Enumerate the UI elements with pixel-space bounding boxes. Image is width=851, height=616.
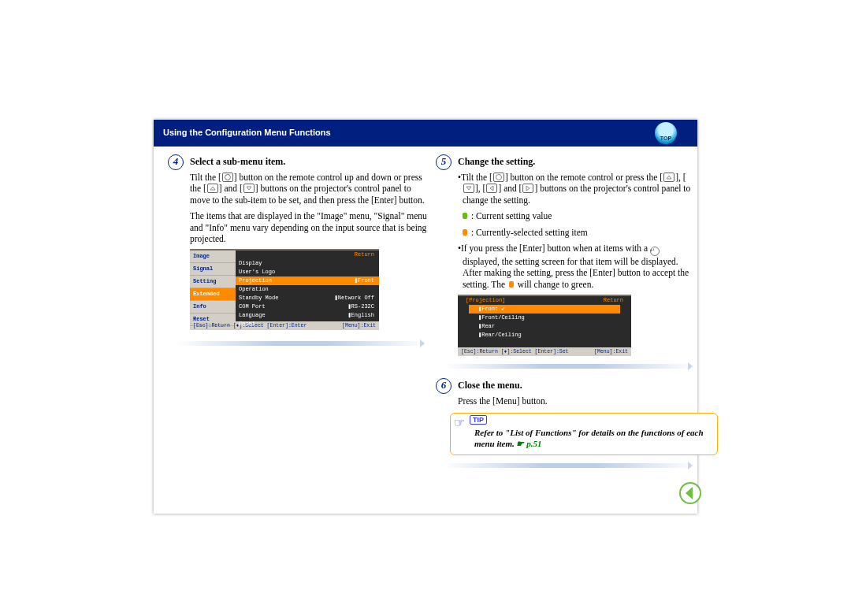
osd-screenshot-projection: [Projection]Return❚Front ✔❚Front/Ceiling… xyxy=(458,295,631,356)
nav-back-icon[interactable] xyxy=(679,482,701,504)
osd-row: Standby Mode❚Network Off xyxy=(236,294,379,302)
step-6-title: Close the menu. xyxy=(458,380,522,391)
step-4-body: Tilt the [] button on the remote control… xyxy=(190,172,428,244)
text: : Currently-selected setting item xyxy=(469,228,588,237)
down-icon xyxy=(463,184,474,193)
osd-row: Operation xyxy=(236,285,379,294)
down-icon xyxy=(243,184,255,193)
text: ] button on the remote control or press … xyxy=(505,173,663,182)
step-5-body: •Tilt the [] button on the remote contro… xyxy=(458,172,696,290)
text: Tilt the [ xyxy=(461,173,492,182)
text: ], [ xyxy=(475,184,485,193)
step-5-header: 5 Change the setting. xyxy=(436,154,696,170)
page-header: Using the Configuration Menu Functions T… xyxy=(154,120,697,147)
osd-row: Reset xyxy=(236,320,379,328)
page-content: 4 Select a sub-menu item. Tilt the [] bu… xyxy=(154,154,697,514)
orange-marker-icon xyxy=(509,281,514,288)
svg-point-1 xyxy=(496,175,501,180)
osd-row: User's Logo xyxy=(236,268,379,276)
text: will change to green. xyxy=(515,280,593,289)
osd-row: Display xyxy=(236,259,379,268)
tip-hand-icon: ☞ xyxy=(454,415,465,430)
osd-footer: [Esc]:Return [♦]:Select [Enter]:Set [Men… xyxy=(458,347,631,356)
green-marker-icon xyxy=(463,213,467,219)
up-icon xyxy=(663,173,674,182)
osd-foot-left: [Esc]:Return [♦]:Select [Enter]:Set xyxy=(461,349,569,354)
enter-mark-icon: ↵ xyxy=(650,247,660,256)
osd-body: ReturnDisplayUser's LogoProjection❚Front… xyxy=(236,250,379,321)
step-4-header: 4 Select a sub-menu item. xyxy=(168,154,428,170)
osd-row: ❚Front/Ceiling xyxy=(458,314,631,322)
section-divider xyxy=(176,341,428,346)
header-title: Using the Configuration Menu Functions xyxy=(163,128,331,137)
osd-side-item: Signal xyxy=(190,263,236,276)
text: Press the [Menu] button. xyxy=(458,395,696,406)
top-icon[interactable]: TOP xyxy=(655,122,677,144)
osd-side-item: Extended xyxy=(190,288,236,301)
step-number-6: 6 xyxy=(436,378,452,394)
right-icon xyxy=(522,184,533,193)
step-6-body: Press the [Menu] button. xyxy=(458,395,696,406)
text: Tilt the [ xyxy=(190,173,221,182)
step-number-4: 4 xyxy=(168,154,184,170)
step-4-title: Select a sub-menu item. xyxy=(190,156,285,168)
osd-side-item: Setting xyxy=(190,276,236,288)
up-icon xyxy=(207,184,218,193)
osd-row: Projection❚Front xyxy=(236,276,379,285)
tilt-icon xyxy=(493,173,504,182)
step-6-header: 6 Close the menu. xyxy=(436,378,696,394)
osd-row: ❚Front ✔ xyxy=(469,305,620,314)
step-4-note: The items that are displayed in the "Ima… xyxy=(190,210,428,244)
text: If you press the [Enter] button when at … xyxy=(461,243,650,253)
step-5-title: Change the setting. xyxy=(458,156,535,168)
orange-marker-icon xyxy=(463,229,467,236)
section-divider xyxy=(444,463,696,468)
osd-sidebar: ImageSignalSettingExtendedInfoReset xyxy=(190,250,236,321)
step-number-5: 5 xyxy=(436,154,452,170)
osd-row: Language❚English xyxy=(236,311,379,320)
tilt-icon xyxy=(222,173,233,182)
tip-text: Refer to "List of Functions" for details… xyxy=(474,428,704,448)
manual-page: Using the Configuration Menu Functions T… xyxy=(154,120,697,514)
section-divider xyxy=(444,364,696,369)
osd-screenshot-extended: ImageSignalSettingExtendedInfoReset Retu… xyxy=(190,249,379,330)
text: ] and [ xyxy=(498,184,522,193)
osd-row: ❚Rear/Ceiling xyxy=(458,331,631,340)
osd-foot-right: [Menu]:Exit xyxy=(594,349,628,354)
text: : Current setting value xyxy=(469,211,552,221)
text: ] and [ xyxy=(219,184,243,193)
text: ], [ xyxy=(675,173,686,182)
tip-page-link[interactable]: ☛ p.51 xyxy=(516,439,541,448)
osd-row-header: [Projection]Return xyxy=(458,296,631,305)
tip-box: ☞ TIP Refer to "List of Functions" for d… xyxy=(450,413,718,455)
osd-row: COM Port❚RS-232C xyxy=(236,302,379,311)
page-number: 67 xyxy=(682,128,691,137)
right-column: 5 Change the setting. •Tilt the [] butto… xyxy=(436,154,696,468)
osd-side-item: Info xyxy=(190,301,236,314)
osd-side-item: Image xyxy=(190,250,236,263)
tip-label: TIP xyxy=(470,415,487,425)
left-column: 4 Select a sub-menu item. Tilt the [] bu… xyxy=(168,154,428,346)
osd-row-header: Return xyxy=(236,250,379,259)
osd-row: ❚Rear xyxy=(458,322,631,331)
left-icon xyxy=(486,184,497,193)
